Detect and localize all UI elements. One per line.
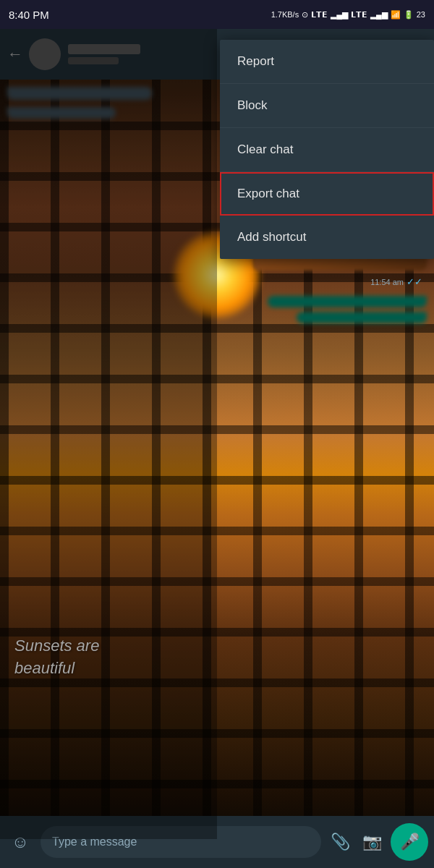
lte-icon: 𝗟𝗧𝗘	[311, 10, 328, 20]
mic-button[interactable]: 🎤	[391, 823, 428, 861]
dropdown-menu: Report Block Clear chat Export chat Add …	[220, 40, 434, 259]
camera-icon[interactable]: 📷	[359, 829, 385, 855]
bubble-sent-2	[297, 312, 427, 323]
menu-item-clear-chat[interactable]: Clear chat	[220, 128, 434, 172]
signal-bars-1: ▂▄▆	[331, 10, 348, 20]
network-speed: 1.7KB/s	[271, 10, 299, 19]
double-tick-icon: ✓✓	[407, 276, 422, 287]
status-time: 8:40 PM	[9, 9, 49, 21]
battery-level: 23	[417, 10, 425, 19]
menu-item-export-chat[interactable]: Export chat	[220, 172, 434, 216]
status-bar: 8:40 PM 1.7KB/s ⊙ 𝗟𝗧𝗘 ▂▄▆ 𝗟𝗧𝗘 ▂▄▆ 📶 🔋 23	[0, 0, 434, 29]
wifi-icon: 📶	[391, 10, 401, 20]
message-time: 11:54 am	[370, 278, 404, 286]
battery-icon: 🔋	[404, 10, 414, 20]
menu-item-add-shortcut[interactable]: Add shortcut	[220, 216, 434, 259]
menu-item-block[interactable]: Block	[220, 84, 434, 128]
bubble-sent-1	[268, 296, 427, 307]
lte-icon-2: 𝗟𝗧𝗘	[351, 10, 367, 20]
dim-overlay	[0, 29, 217, 839]
signal-icon: ⊙	[302, 10, 308, 20]
attach-icon[interactable]: 📎	[327, 829, 353, 855]
status-icons: 1.7KB/s ⊙ 𝗟𝗧𝗘 ▂▄▆ 𝗟𝗧𝗘 ▂▄▆ 📶 🔋 23	[271, 10, 425, 20]
signal-bars-2: ▂▄▆	[370, 10, 388, 20]
menu-item-report[interactable]: Report	[220, 40, 434, 84]
